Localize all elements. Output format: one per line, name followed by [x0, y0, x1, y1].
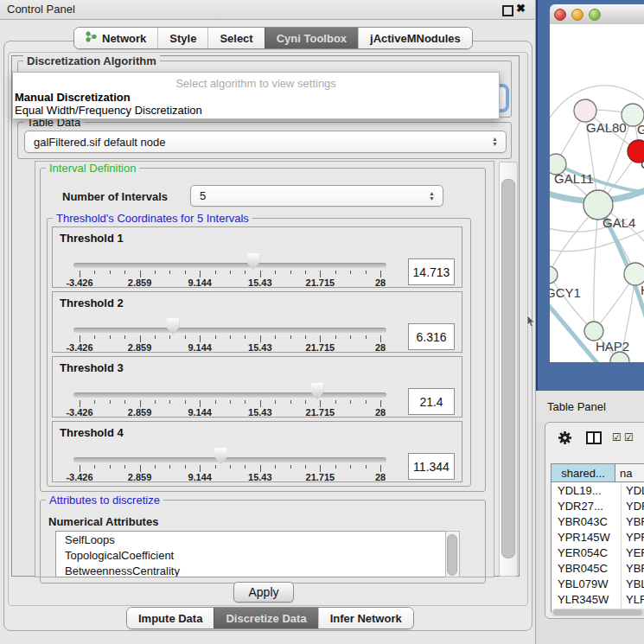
threshold-value-field[interactable]: 11.344: [408, 453, 455, 480]
tick-mark: [380, 465, 381, 472]
close-icon[interactable]: ✖: [516, 2, 526, 15]
tick-mark: [155, 335, 156, 339]
tick-mark: [155, 271, 156, 274]
cell-name[interactable]: YDL1: [622, 482, 644, 498]
tick-mark: [275, 465, 276, 469]
table-row[interactable]: YDR27...YDR2: [552, 498, 644, 513]
node-label: H: [641, 283, 644, 297]
tab-jactivemnodules[interactable]: jActiveMNodules: [358, 28, 472, 48]
cell-shared-name[interactable]: YBL079W: [552, 576, 622, 591]
cell-shared-name[interactable]: YBR043C: [552, 513, 622, 529]
cell-shared-name[interactable]: YDR27...: [552, 498, 622, 513]
table-row[interactable]: YER054CYER0: [552, 545, 644, 560]
tab-discretize-data[interactable]: Discretize Data: [214, 608, 317, 628]
tick-mark: [335, 335, 336, 339]
node-gal80[interactable]: [574, 99, 596, 122]
main-vertical-scrollbar[interactable]: [499, 162, 518, 577]
cell-name[interactable]: YPR1: [622, 529, 644, 545]
threshold-value-field[interactable]: 6.316: [408, 323, 455, 350]
tick-mark: [124, 400, 125, 404]
tab-cyni-toolbox[interactable]: Cyni Toolbox: [265, 28, 358, 48]
table-data-combobox[interactable]: galFiltered.sif default node ▲▼: [24, 131, 507, 153]
gear-icon[interactable]: [558, 430, 572, 448]
slider-track[interactable]: [73, 328, 386, 333]
minimize-traffic-light-icon[interactable]: [571, 9, 583, 21]
float-window-icon[interactable]: [502, 5, 513, 16]
tick-mark: [110, 400, 111, 404]
tick-mark: [124, 335, 125, 339]
node-attribute-table[interactable]: shared... na YDL19...YDL1YDR27...YDR2YBR…: [551, 463, 644, 612]
numerical-attributes-list[interactable]: SelfLoopsTopologicalCoefficientBetweenne…: [55, 531, 446, 577]
tick-mark: [124, 465, 125, 469]
scale-label: 28: [375, 407, 386, 418]
column-header-shared-name[interactable]: shared...: [552, 464, 615, 481]
slider-track[interactable]: [73, 457, 386, 462]
dropdown-item-equal-width[interactable]: Equal Width/Frequency Discretization: [15, 104, 202, 117]
threshold-value-field[interactable]: 21.4: [408, 388, 455, 415]
tick-mark: [110, 271, 111, 274]
threshold-row: Threshold 4 -3.4262.8599.14415.4321.7152…: [52, 421, 462, 482]
slider-scale-labels: -3.4262.8599.14415.4321.71528: [73, 407, 386, 418]
table-row[interactable]: YPR145WYPR1: [552, 529, 644, 545]
table-data-value: galFiltered.sif default node: [25, 136, 165, 149]
attribute-list-item[interactable]: TopologicalCoefficient: [56, 547, 445, 563]
tick-mark: [80, 271, 80, 277]
tick-mark: [200, 400, 201, 407]
zoom-traffic-light-icon[interactable]: [589, 9, 601, 21]
cell-name[interactable]: YBR0: [622, 513, 644, 529]
table-row[interactable]: YBL079WYBL0: [552, 576, 644, 591]
table-row[interactable]: YDL19...YDL1: [552, 482, 644, 498]
cell-shared-name[interactable]: YDL19...: [552, 482, 622, 498]
threshold-value-field[interactable]: 14.713: [408, 258, 455, 285]
table-row[interactable]: YBR043CYBR0: [552, 513, 644, 529]
table-row[interactable]: YBR045CYBR0: [552, 560, 644, 576]
tick-mark: [260, 271, 261, 277]
tick-mark: [80, 465, 80, 472]
cell-shared-name[interactable]: YPR145W: [552, 529, 622, 545]
cell-name[interactable]: YDR2: [622, 498, 644, 513]
column-header-name[interactable]: na: [615, 464, 644, 481]
cell-shared-name[interactable]: YER054C: [552, 545, 622, 560]
cell-name[interactable]: YLR3: [622, 591, 644, 607]
attribute-list-item[interactable]: BetweennessCentrality: [56, 563, 445, 577]
network-edge: [594, 205, 598, 331]
node-gcy1[interactable]: [550, 266, 558, 284]
table-panel: ☑ ☑ shared... na YDL19...YDL1YDR27...YDR…: [545, 422, 644, 619]
tab-select[interactable]: Select: [207, 28, 264, 48]
dropdown-item-manual[interactable]: Manual Discretization: [15, 91, 131, 104]
network-canvas[interactable]: GAL80GCGAL11GAL4GCY1HHAP2: [550, 24, 644, 362]
panel-title: Control Panel: [7, 3, 75, 16]
node-hap2[interactable]: [584, 322, 603, 341]
tick-mark: [185, 400, 186, 404]
tab-network[interactable]: Network: [74, 28, 157, 48]
tab-infer-network[interactable]: Infer Network: [318, 608, 413, 628]
tick-mark: [140, 465, 141, 472]
control-panel-titlebar: Control Panel ✖: [0, 0, 535, 20]
tab-impute-data[interactable]: Impute Data: [127, 608, 214, 628]
checkbox-icon[interactable]: ☑: [612, 431, 622, 443]
cell-shared-name[interactable]: YBR045C: [552, 560, 622, 576]
apply-button[interactable]: Apply: [233, 582, 294, 603]
cell-name[interactable]: YBL0: [622, 576, 644, 591]
tick-mark: [185, 335, 186, 339]
table-horizontal-scrollbar[interactable]: [552, 609, 644, 616]
table-panel-header: Table Panel: [536, 391, 644, 422]
tab-style[interactable]: Style: [157, 28, 207, 48]
cell-name[interactable]: YER0: [622, 545, 644, 560]
tick-mark: [305, 465, 306, 469]
close-traffic-light-icon[interactable]: [554, 9, 566, 21]
attributes-list-scrollbar[interactable]: [445, 531, 460, 577]
checkbox-icon[interactable]: ☑: [624, 431, 634, 443]
slider-track[interactable]: [73, 392, 386, 398]
tick-mark: [275, 271, 276, 274]
cell-shared-name[interactable]: YLR345W: [552, 591, 622, 607]
table-row[interactable]: YLR345WYLR3: [552, 591, 644, 607]
slider-track[interactable]: [73, 263, 386, 268]
column-layout-icon[interactable]: [586, 431, 602, 447]
attribute-list-item[interactable]: SelfLoops: [56, 532, 445, 547]
tick-mark: [320, 400, 321, 407]
num-intervals-combobox[interactable]: 5 ▲▼: [190, 185, 443, 207]
threshold-row: Threshold 2 -3.4262.8599.14415.4321.7152…: [52, 291, 462, 353]
cell-name[interactable]: YBR0: [622, 560, 644, 576]
num-intervals-value: 5: [191, 189, 206, 202]
